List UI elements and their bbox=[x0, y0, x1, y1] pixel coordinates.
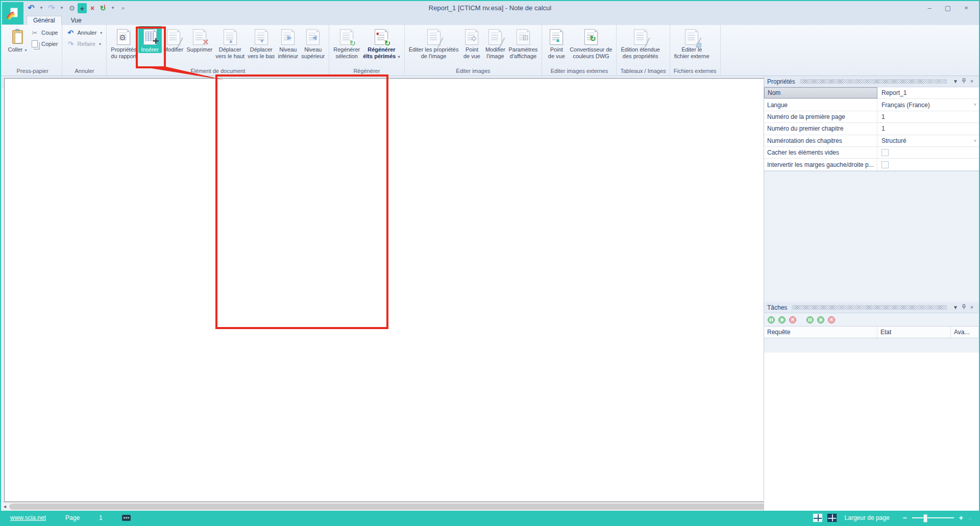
qat-undo-icon[interactable]: ↶ bbox=[27, 3, 36, 13]
property-label[interactable]: Intervertir les marges gauche/droite p..… bbox=[764, 159, 877, 170]
property-value[interactable] bbox=[877, 147, 979, 158]
ribbon-button-label: Insérer bbox=[141, 46, 158, 53]
scia-app-logo-icon[interactable] bbox=[2, 2, 23, 24]
property-label[interactable]: Nom bbox=[764, 87, 877, 98]
panel-menu-caret-icon[interactable]: ▼ bbox=[951, 79, 960, 84]
qat-gear-icon[interactable]: ⚙ bbox=[67, 3, 77, 13]
property-value[interactable]: Structuré˅ bbox=[877, 135, 979, 146]
ribbon-button-label: Pointde vue bbox=[548, 46, 565, 60]
task-cancel-button[interactable]: × bbox=[789, 316, 796, 323]
qat-delete-icon[interactable]: × bbox=[88, 3, 97, 13]
property-row-numero-du-premier-chapit: Numéro du premier chapitre1 bbox=[764, 123, 979, 135]
zoom-slider[interactable] bbox=[912, 517, 954, 518]
panel-drag-hatch[interactable] bbox=[792, 305, 947, 310]
ribbon-button-label: Niveausupérieur bbox=[301, 46, 325, 60]
panel-close-icon[interactable]: × bbox=[968, 79, 976, 84]
inserer-icon: + bbox=[143, 33, 157, 41]
property-value[interactable]: 1 bbox=[877, 111, 979, 122]
resize-grip-icon[interactable]: .: bbox=[968, 515, 972, 520]
qat-caret-icon[interactable]: ▼ bbox=[37, 3, 46, 13]
task-play-button[interactable] bbox=[817, 316, 824, 323]
ribbon-button-convertisseur-de[interactable]: ↻Convertisseur decouleurs DWG bbox=[568, 26, 614, 60]
ribbon-button-label: Annuler bbox=[77, 30, 96, 36]
ribbon-button-niveau[interactable]: ◀Niveausupérieur bbox=[300, 26, 326, 60]
ribbon-button-label: Coupe bbox=[41, 30, 58, 36]
property-label[interactable]: Numéro de la première page bbox=[764, 111, 877, 122]
property-label[interactable]: Langue bbox=[764, 99, 877, 110]
tab-vue[interactable]: Vue bbox=[65, 16, 88, 25]
scroll-left-arrow-icon[interactable]: ◄ bbox=[1, 503, 9, 511]
ribbon-button-regenerer[interactable]: ↻●Régénérerélts périmés ▾ bbox=[361, 26, 401, 60]
ribbon-button-label: Pointde vue bbox=[463, 46, 480, 60]
tab-general[interactable]: Général bbox=[27, 16, 62, 25]
ribbon-button-regenerer[interactable]: ↻Regénérersélection bbox=[332, 26, 361, 60]
ribbon-group-fichiers-externes: ╱Éditer lefichier externeFichiers extern… bbox=[670, 25, 721, 76]
property-value[interactable]: Report_1 bbox=[877, 87, 979, 98]
zoom-in-button[interactable]: + bbox=[959, 514, 963, 522]
qat-add-icon[interactable]: + bbox=[78, 3, 87, 13]
task-column-etat[interactable]: Etat bbox=[877, 327, 951, 338]
maximize-button[interactable]: ▢ bbox=[940, 2, 955, 13]
property-label[interactable]: Cacher les éléments vides bbox=[764, 147, 877, 158]
qat-redo-icon[interactable]: ↷ bbox=[47, 3, 56, 13]
ribbon-button-edition-etendue[interactable]: ╱Édition étenduedes propriétés bbox=[619, 26, 661, 60]
task-pause-button[interactable] bbox=[768, 316, 775, 323]
scia-website-link[interactable]: www.scia.net bbox=[10, 514, 46, 521]
ribbon-group-label: Annuler bbox=[65, 67, 104, 76]
qat-caret-icon[interactable]: ▼ bbox=[57, 3, 66, 13]
dropdown-caret-icon[interactable]: ˅ bbox=[974, 102, 976, 107]
checkbox-unchecked[interactable] bbox=[881, 149, 889, 156]
zoom-out-button[interactable]: − bbox=[903, 514, 907, 522]
zoom-slider-handle[interactable] bbox=[923, 514, 927, 522]
ribbon-button-point[interactable]: ▲Pointde vue bbox=[545, 26, 568, 60]
task-column-requete[interactable]: Requête bbox=[764, 327, 877, 338]
checkbox-unchecked[interactable] bbox=[881, 161, 889, 168]
task-pause-button[interactable] bbox=[806, 316, 814, 323]
ribbon-button-coller[interactable]: Coller ▾ bbox=[6, 26, 29, 53]
ribbon-button-proprietes[interactable]: ⚙Propriétésdu rapport bbox=[109, 26, 138, 60]
ribbon-button-modifier[interactable]: ╱Modifierl'image bbox=[483, 26, 507, 60]
qat-caret-icon[interactable]: ▼ bbox=[108, 3, 117, 13]
qat-refresh-icon[interactable]: ↻! bbox=[98, 3, 107, 13]
property-label[interactable]: Numérotation des chapitres bbox=[764, 135, 877, 146]
ribbon-button-editer-le[interactable]: ╱Éditer lefichier externe bbox=[673, 26, 711, 60]
page-input-icon[interactable] bbox=[122, 515, 131, 521]
page-number[interactable]: 1 bbox=[99, 514, 103, 521]
property-value[interactable]: Français (France)˅ bbox=[877, 99, 979, 110]
ribbon-button-modifier[interactable]: ╱Modifier bbox=[162, 26, 185, 53]
panel-menu-caret-icon[interactable]: ▼ bbox=[951, 305, 960, 310]
task-cancel-button[interactable]: × bbox=[828, 316, 835, 323]
property-label[interactable]: Numéro du premier chapitre bbox=[764, 123, 877, 134]
ribbon-button-inserer[interactable]: +Insérer bbox=[138, 26, 162, 53]
ribbon-group-annuler: ↶Annuler▾↷Refaire▾Annuler bbox=[62, 25, 107, 76]
ribbon-button-editer-les-proprietes[interactable]: ╱Éditer les propriétésde l'image bbox=[407, 26, 460, 60]
ribbon-button-point[interactable]: ◇Pointde vue bbox=[460, 26, 483, 60]
ribbon-button-label: Regénérersélection bbox=[333, 46, 360, 60]
ribbon-button-coupe[interactable]: ✂Coupe bbox=[29, 28, 59, 37]
ribbon-button-annuler[interactable]: ↶Annuler▾ bbox=[65, 28, 104, 37]
ribbon-group-label: Régénérer bbox=[332, 67, 401, 76]
task-play-button[interactable] bbox=[778, 316, 786, 323]
ribbon-button-deplacer[interactable]: ▲Déplacervers le haut bbox=[214, 26, 246, 60]
ribbon-button-supprimer[interactable]: ×Supprimer bbox=[185, 26, 214, 53]
dropdown-caret-icon[interactable]: ˅ bbox=[974, 138, 976, 143]
panel-drag-hatch[interactable] bbox=[800, 79, 947, 84]
panel-pin-icon[interactable] bbox=[960, 304, 968, 311]
panel-pin-icon[interactable] bbox=[960, 78, 968, 85]
properties-table: NomReport_1LangueFrançais (France)˅Numér… bbox=[764, 87, 979, 171]
minimize-button[interactable]: – bbox=[922, 2, 937, 13]
qat-customize-icon[interactable]: ≡ bbox=[118, 3, 128, 13]
ribbon-button-refaire[interactable]: ↷Refaire▾ bbox=[65, 39, 104, 48]
property-value[interactable]: 1 bbox=[877, 123, 979, 134]
ribbon-button-deplacer[interactable]: ▼Déplacervers le bas bbox=[246, 26, 276, 60]
property-value[interactable] bbox=[877, 159, 979, 170]
fit-width-view-icon[interactable] bbox=[827, 514, 837, 522]
close-button[interactable]: × bbox=[959, 2, 974, 13]
ribbon-button-label: Régénérerélts périmés ▾ bbox=[363, 46, 400, 60]
task-column-ava[interactable]: Ava... bbox=[951, 327, 979, 338]
ribbon-button-copier[interactable]: Copier bbox=[29, 39, 59, 48]
ribbon-button-niveau[interactable]: ▶Niveauinférieur bbox=[276, 26, 300, 60]
panel-close-icon[interactable]: × bbox=[968, 305, 976, 310]
fit-page-view-icon[interactable] bbox=[813, 514, 822, 522]
ribbon-button-parametres[interactable]: [¦]Paramètresd'affichage bbox=[507, 26, 539, 60]
